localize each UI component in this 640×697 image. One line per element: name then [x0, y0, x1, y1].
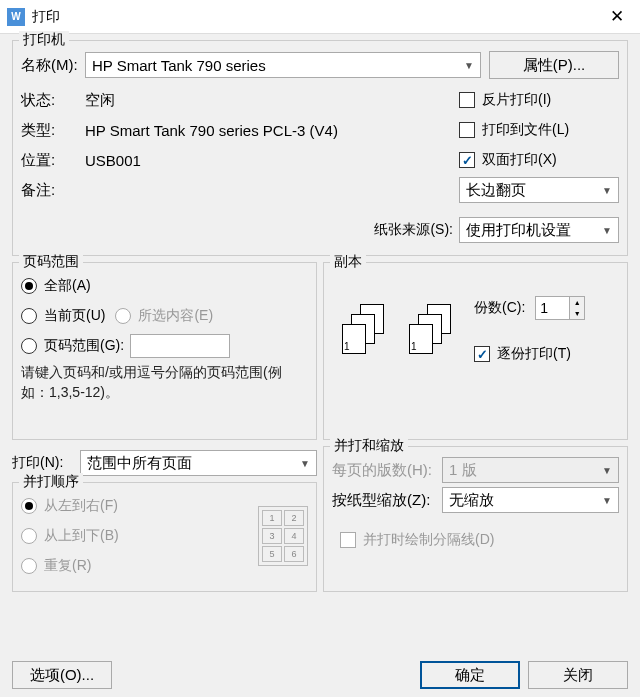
- page-range-group: 页码范围 全部(A) 当前页(U) 所选内容(E) 页码范围(G): 请键入页码…: [12, 262, 317, 440]
- range-pages-radio[interactable]: [21, 338, 37, 354]
- ttb-label: 从上到下(B): [44, 527, 119, 545]
- printer-group-title: 打印机: [19, 31, 69, 49]
- range-group-title: 页码范围: [19, 253, 83, 271]
- duplex-label: 双面打印(X): [482, 151, 557, 169]
- inverse-checkbox[interactable]: [459, 92, 475, 108]
- collate-label: 逐份打印(T): [497, 345, 571, 363]
- pages-per-sheet-value: 1 版: [449, 461, 477, 480]
- print-what-value: 范围中所有页面: [87, 454, 192, 473]
- scaling-group: 并打和缩放 每页的版数(H): 1 版 ▼ 按纸型缩放(Z): 无缩放 ▼: [323, 446, 628, 592]
- printer-name-select[interactable]: HP Smart Tank 790 series ▼: [85, 52, 481, 78]
- ltr-label: 从左到右(F): [44, 497, 118, 515]
- close-button[interactable]: 关闭: [528, 661, 628, 689]
- range-current-label: 当前页(U): [44, 307, 105, 325]
- printer-group: 打印机 名称(M): HP Smart Tank 790 series ▼ 属性…: [12, 40, 628, 256]
- print-what-label: 打印(N):: [12, 454, 80, 472]
- copies-group: 副本 3 2 1 3 2 1: [323, 262, 628, 440]
- copies-spinner[interactable]: 1 ▲▼: [535, 296, 585, 320]
- chevron-down-icon: ▼: [602, 185, 612, 196]
- type-value: HP Smart Tank 790 series PCL-3 (V4): [85, 122, 338, 139]
- ok-button[interactable]: 确定: [420, 661, 520, 689]
- range-current-radio[interactable]: [21, 308, 37, 324]
- draw-line-label: 并打时绘制分隔线(D): [363, 531, 494, 549]
- chevron-down-icon: ▼: [300, 458, 310, 469]
- spinner-down-icon[interactable]: ▼: [570, 308, 584, 319]
- range-all-label: 全部(A): [44, 277, 91, 295]
- collate-illustration: 3 2 1: [409, 304, 464, 359]
- inverse-label: 反片打印(I): [482, 91, 551, 109]
- scale-value: 无缩放: [449, 491, 494, 510]
- repeat-radio: [21, 558, 37, 574]
- app-icon: W: [7, 8, 25, 26]
- paper-source-select[interactable]: 使用打印机设置 ▼: [459, 217, 619, 243]
- range-hint: 请键入页码和/或用逗号分隔的页码范围(例如：1,3,5-12)。: [21, 363, 308, 402]
- properties-button[interactable]: 属性(P)...: [489, 51, 619, 79]
- paper-source-value: 使用打印机设置: [466, 221, 571, 240]
- scaling-group-title: 并打和缩放: [330, 437, 408, 455]
- pages-per-sheet-label: 每页的版数(H):: [332, 461, 442, 480]
- ltr-radio: [21, 498, 37, 514]
- flip-select[interactable]: 长边翻页▼: [459, 177, 619, 203]
- comment-label: 备注:: [21, 181, 85, 200]
- status-value: 空闲: [85, 91, 115, 110]
- range-selection-radio: [115, 308, 131, 324]
- range-selection-label: 所选内容(E): [138, 307, 213, 325]
- print-to-file-label: 打印到文件(L): [482, 121, 569, 139]
- ttb-radio: [21, 528, 37, 544]
- chevron-down-icon: ▼: [602, 495, 612, 506]
- chevron-down-icon: ▼: [602, 225, 612, 236]
- printer-name-value: HP Smart Tank 790 series: [92, 57, 266, 74]
- scale-select[interactable]: 无缩放 ▼: [442, 487, 619, 513]
- collate-illustration: 3 2 1: [342, 304, 397, 359]
- chevron-down-icon: ▼: [602, 465, 612, 476]
- copies-value: 1: [540, 300, 548, 316]
- printer-name-label: 名称(M):: [21, 56, 85, 75]
- collate-order-group: 并打顺序 从左到右(F) 从上到下(B) 重复(R) 123456: [12, 482, 317, 592]
- range-pages-label: 页码范围(G):: [44, 337, 124, 355]
- options-button[interactable]: 选项(O)...: [12, 661, 112, 689]
- collate-order-title: 并打顺序: [19, 473, 83, 491]
- spinner-up-icon[interactable]: ▲: [570, 297, 584, 308]
- pages-input[interactable]: [130, 334, 230, 358]
- where-value: USB001: [85, 152, 141, 169]
- copies-group-title: 副本: [330, 253, 366, 271]
- flip-value: 长边翻页: [466, 181, 526, 200]
- order-preview: 123456: [258, 506, 308, 566]
- duplex-checkbox[interactable]: [459, 152, 475, 168]
- paper-source-label: 纸张来源(S):: [374, 221, 453, 239]
- where-label: 位置:: [21, 151, 85, 170]
- close-icon[interactable]: ✕: [594, 0, 640, 34]
- print-to-file-checkbox[interactable]: [459, 122, 475, 138]
- pages-per-sheet-select: 1 版 ▼: [442, 457, 619, 483]
- copies-label: 份数(C):: [474, 299, 525, 317]
- repeat-label: 重复(R): [44, 557, 91, 575]
- collate-checkbox[interactable]: [474, 346, 490, 362]
- window-title: 打印: [32, 8, 594, 26]
- scale-label: 按纸型缩放(Z):: [332, 491, 442, 510]
- draw-line-checkbox: [340, 532, 356, 548]
- chevron-down-icon: ▼: [464, 60, 474, 71]
- status-label: 状态:: [21, 91, 85, 110]
- print-what-select[interactable]: 范围中所有页面 ▼: [80, 450, 317, 476]
- type-label: 类型:: [21, 121, 85, 140]
- range-all-radio[interactable]: [21, 278, 37, 294]
